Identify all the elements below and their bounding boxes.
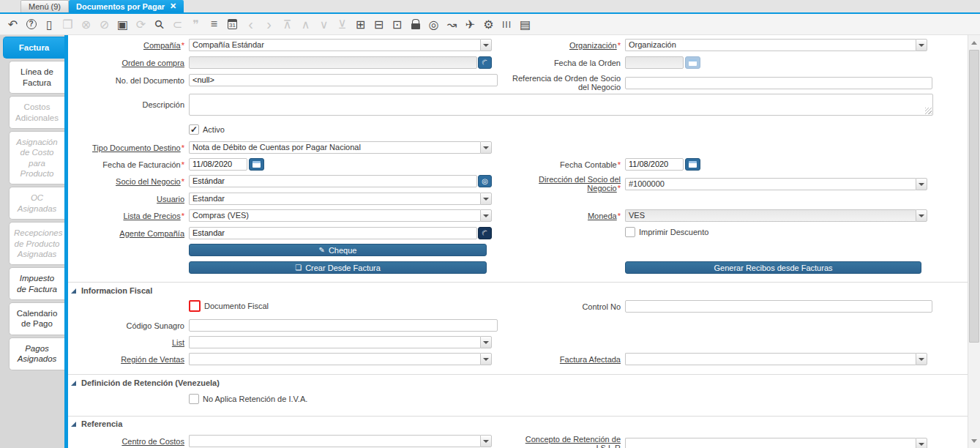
socio-negocio-field[interactable]: Estándar: [189, 175, 477, 187]
scroll-down-icon[interactable]: [968, 435, 980, 447]
sidebar-tab-linea-de-factura[interactable]: Línea de Factura: [9, 61, 64, 94]
region-ventas-combobox[interactable]: [189, 353, 492, 365]
field-label-direccion-socio[interactable]: Dirección del Socio del Negocio*: [512, 175, 621, 193]
sidebar-tab-factura[interactable]: Factura: [3, 37, 64, 59]
field-label-factura-afectada[interactable]: Factura Afectada: [512, 355, 621, 364]
referencia-orden-field[interactable]: [625, 77, 932, 89]
sidebar-tab-impuesto-de-factura[interactable]: Impuesto de Factura: [9, 267, 64, 300]
descripcion-textarea[interactable]: [189, 94, 933, 116]
direccion-socio-combobox[interactable]: #1000000: [625, 178, 927, 190]
send-mail-icon[interactable]: ✈: [461, 14, 479, 34]
dropdown-arrow-icon[interactable]: [480, 353, 492, 365]
workflow-icon[interactable]: ↝: [443, 14, 461, 34]
direccion-socio-value[interactable]: #1000000: [625, 178, 916, 190]
field-label-socio-negocio[interactable]: Socio del Negocio*: [68, 177, 184, 186]
organizacion-value[interactable]: Organización: [625, 39, 916, 51]
fecha-facturacion-field[interactable]: 11/08/2020: [189, 158, 247, 171]
collapse-icon[interactable]: [71, 422, 76, 427]
save-icon[interactable]: ▣: [113, 14, 132, 34]
lista-precios-combobox[interactable]: Compras (VES): [189, 209, 492, 222]
dropdown-arrow-icon[interactable]: [480, 209, 492, 222]
dropdown-arrow-icon[interactable]: [916, 353, 927, 365]
field-label-list[interactable]: List: [68, 338, 184, 347]
help-icon[interactable]: ?: [22, 14, 40, 34]
section-referencia[interactable]: Referencia: [71, 419, 122, 429]
list-combobox[interactable]: [189, 336, 492, 348]
tipo-documento-destino-value[interactable]: Nota de Débito de Cuentas por Pagar Naci…: [189, 141, 480, 154]
imprimir-descuento-checkbox[interactable]: [625, 227, 635, 237]
dropdown-arrow-icon[interactable]: [916, 178, 927, 190]
usuario-combobox[interactable]: Estandar: [189, 193, 492, 205]
lock-icon[interactable]: [406, 14, 424, 34]
lista-precios-value[interactable]: Compras (VES): [189, 209, 480, 222]
zoom-across-icon[interactable]: ◎: [424, 14, 443, 34]
agente-compania-field[interactable]: Estandar: [189, 227, 477, 239]
field-label-moneda[interactable]: Moneda*: [512, 212, 621, 220]
documento-fiscal-checkbox[interactable]: [189, 300, 201, 312]
usuario-value[interactable]: Estandar: [189, 193, 480, 205]
field-label-orden-compra[interactable]: Orden de compra: [68, 59, 184, 67]
sidebar-tab-pagos-asignados[interactable]: Pagos Asignados: [9, 337, 64, 370]
no-documento-field[interactable]: <null>: [189, 74, 498, 86]
scroll-up-icon[interactable]: [968, 37, 980, 48]
resize-handle-icon[interactable]: [925, 108, 932, 114]
cheque-button[interactable]: ✎Cheque: [189, 244, 487, 256]
dropdown-arrow-icon[interactable]: [480, 141, 492, 154]
factura-afectada-value[interactable]: [625, 353, 916, 365]
organizacion-combobox[interactable]: Organización: [625, 39, 927, 51]
field-label-organizacion[interactable]: Organización*: [512, 41, 621, 50]
collapse-icon[interactable]: [71, 381, 76, 386]
concepto-retencion-combobox[interactable]: [625, 438, 927, 448]
centro-costos-combobox[interactable]: [189, 435, 492, 447]
calendar-icon[interactable]: 31: [223, 14, 242, 34]
control-no-field[interactable]: [625, 300, 932, 313]
vertical-scrollbar[interactable]: [968, 35, 980, 448]
centro-costos-value[interactable]: [189, 435, 480, 447]
fecha-contable-field[interactable]: 11/08/2020: [625, 158, 684, 171]
compania-value[interactable]: Compañía Estándar: [189, 39, 480, 51]
codigo-sunagro-field[interactable]: [189, 319, 498, 332]
section-informacion-fiscal[interactable]: Informacion Fiscal: [71, 285, 152, 296]
field-label-lista-precios[interactable]: Lista de Precios*: [68, 212, 184, 220]
tipo-documento-destino-combobox[interactable]: Nota de Débito de Cuentas por Pagar Naci…: [189, 141, 492, 154]
sidebar-tab-calendario-de-pago[interactable]: Calendario de Pago: [9, 302, 64, 335]
list-value[interactable]: [189, 336, 480, 348]
archive-icon[interactable]: ⊟: [370, 14, 388, 34]
fecha-facturacion-calendar-button[interactable]: [249, 158, 264, 171]
dropdown-arrow-icon[interactable]: [916, 39, 927, 51]
factura-afectada-combobox[interactable]: [625, 353, 927, 365]
scrollbar-thumb[interactable]: [969, 50, 979, 343]
find-icon[interactable]: ⚲: [150, 14, 168, 34]
field-label-agente-compania[interactable]: Agente Compañía: [68, 229, 184, 238]
dropdown-arrow-icon[interactable]: [480, 336, 492, 348]
new-record-icon[interactable]: ▯: [40, 14, 59, 34]
tab-menu[interactable]: Menú (9): [20, 0, 69, 12]
crear-desde-factura-button[interactable]: ❏Crear Desde Factura: [189, 261, 487, 274]
section-definicion-retencion[interactable]: Definición de Retención (Venezuela): [71, 378, 220, 388]
field-label-concepto-retencion[interactable]: Concepto de Retención de I.S.L.R: [512, 435, 621, 448]
process-icon[interactable]: ⚙: [479, 14, 498, 34]
document-status-icon[interactable]: ▤: [516, 14, 534, 34]
dropdown-arrow-icon[interactable]: [480, 193, 492, 205]
barcode-scan-icon[interactable]: ǀǀǀ: [498, 14, 516, 34]
bpartner-info-button[interactable]: ◎: [478, 175, 492, 187]
concepto-retencion-value[interactable]: [625, 438, 916, 448]
dropdown-arrow-icon[interactable]: [480, 39, 492, 51]
print-icon[interactable]: ⊡: [388, 14, 406, 34]
grid-toggle-icon[interactable]: ≡: [205, 14, 223, 34]
moneda-combobox[interactable]: VES: [625, 209, 927, 222]
activo-checkbox[interactable]: ✓: [189, 124, 199, 135]
undo-icon[interactable]: ↶: [4, 14, 22, 34]
po-lookup-button[interactable]: ☾: [478, 56, 492, 69]
compania-combobox[interactable]: Compañía Estándar: [189, 39, 492, 51]
close-tab-icon[interactable]: ✕: [170, 1, 176, 11]
tab-documentos-por-pagar[interactable]: Documentos por Pagar ✕: [69, 0, 184, 12]
collapse-icon[interactable]: [71, 288, 76, 294]
agent-lookup-button[interactable]: ☾: [478, 227, 492, 239]
field-label-centro-costos[interactable]: Centro de Costos: [68, 437, 184, 446]
dropdown-arrow-icon[interactable]: [480, 435, 492, 447]
report-icon[interactable]: ⊞: [351, 14, 370, 34]
fecha-contable-calendar-button[interactable]: [685, 158, 700, 171]
field-label-region-ventas[interactable]: Región de Ventas: [68, 355, 184, 364]
field-label-tipo-documento-destino[interactable]: Tipo Documento Destino*: [68, 143, 184, 152]
